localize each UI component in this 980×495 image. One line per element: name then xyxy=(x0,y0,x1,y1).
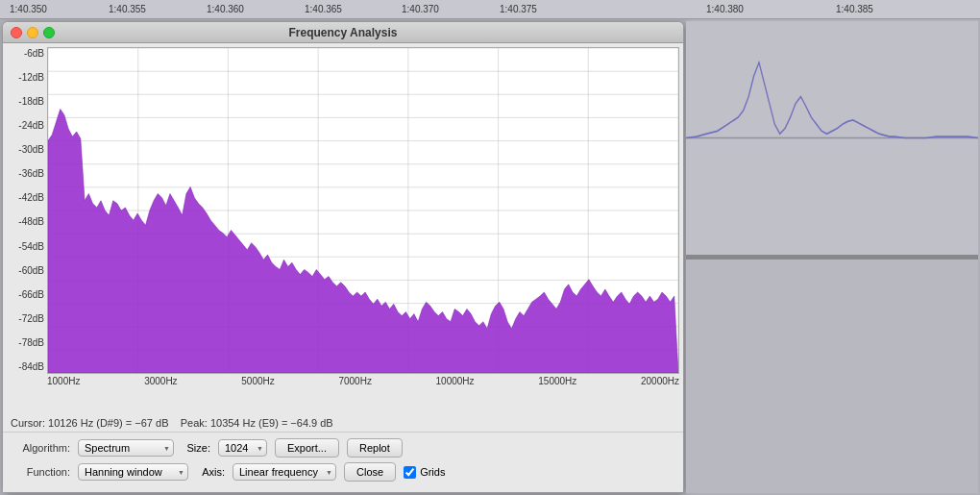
x-label-6: 20000Hz xyxy=(641,376,679,386)
chart-area: -6dB -12dB -18dB -24dB -30dB -36dB -42dB… xyxy=(3,43,683,414)
window-title: Frequency Analysis xyxy=(289,26,398,39)
control-row-2: Function: Hanning window Hamming window … xyxy=(11,462,675,482)
x-label-3: 7000Hz xyxy=(338,376,371,386)
y-label-3: -24dB xyxy=(7,121,47,131)
waveform-track-bottom xyxy=(686,260,978,493)
timeline-marker-0: 1:40.350 xyxy=(10,4,47,14)
x-label-2: 5000Hz xyxy=(241,376,274,386)
y-label-13: -84dB xyxy=(7,362,47,372)
y-label-8: -54dB xyxy=(7,242,47,252)
minimize-button[interactable] xyxy=(27,27,38,38)
x-axis: 1000Hz 3000Hz 5000Hz 7000Hz 10000Hz 1500… xyxy=(47,374,679,388)
axis-label: Axis: xyxy=(196,466,225,478)
function-label: Function: xyxy=(11,466,70,478)
timeline-marker-3: 1:40.365 xyxy=(305,4,342,14)
size-label: Size: xyxy=(182,442,210,454)
algorithm-select-wrapper[interactable]: Spectrum Autocorrelation xyxy=(78,439,174,457)
export-button[interactable]: Export... xyxy=(275,438,339,458)
x-label-1: 3000Hz xyxy=(144,376,177,386)
peak-text: Peak: 10354 Hz (E9) = −64.9 dB xyxy=(181,417,333,429)
y-label-6: -42dB xyxy=(7,193,47,203)
spectrum-chart[interactable] xyxy=(47,47,679,374)
y-label-12: -78dB xyxy=(7,338,47,348)
algorithm-select[interactable]: Spectrum Autocorrelation xyxy=(78,439,174,457)
axis-select-wrapper[interactable]: Linear frequency Log frequency Pitch (lo… xyxy=(233,463,336,481)
timeline-marker-7: 1:40.385 xyxy=(836,4,873,14)
replot-button[interactable]: Replot xyxy=(347,438,403,458)
control-row-1: Algorithm: Spectrum Autocorrelation Size… xyxy=(11,438,675,458)
axis-select[interactable]: Linear frequency Log frequency Pitch (lo… xyxy=(233,463,336,481)
y-label-4: -30dB xyxy=(7,145,47,155)
right-panel xyxy=(686,21,978,493)
svg-rect-26 xyxy=(686,260,978,493)
y-label-10: -66dB xyxy=(7,290,47,300)
x-label-5: 15000Hz xyxy=(538,376,576,386)
close-button[interactable] xyxy=(11,27,22,38)
timeline-marker-5: 1:40.375 xyxy=(500,4,537,14)
grids-label: Grids xyxy=(420,466,445,478)
timeline-marker-1: 1:40.355 xyxy=(109,4,146,14)
cursor-text: Cursor: 10126 Hz (D#9) = −67 dB xyxy=(11,417,168,429)
waveform-track-top xyxy=(686,21,978,256)
function-select-wrapper[interactable]: Hanning window Hamming window Blackman w… xyxy=(78,463,188,481)
window-titlebar: Frequency Analysis xyxy=(3,22,683,43)
timeline-marker-6: 1:40.380 xyxy=(706,4,744,14)
y-label-2: -18dB xyxy=(7,97,47,107)
timeline-header: 1:40.350 1:40.355 1:40.360 1:40.365 1:40… xyxy=(0,0,980,19)
grids-checkbox[interactable] xyxy=(404,466,416,479)
controls-area: Algorithm: Spectrum Autocorrelation Size… xyxy=(3,432,683,492)
y-label-9: -60dB xyxy=(7,266,47,276)
cursor-info: Cursor: 10126 Hz (D#9) = −67 dB Peak: 10… xyxy=(11,414,683,432)
timeline-marker-4: 1:40.370 xyxy=(402,4,439,14)
algorithm-label: Algorithm: xyxy=(11,442,70,454)
y-label-1: -12dB xyxy=(7,73,47,83)
y-axis: -6dB -12dB -18dB -24dB -30dB -36dB -42dB… xyxy=(7,47,47,374)
chart-container: -6dB -12dB -18dB -24dB -30dB -36dB -42dB… xyxy=(7,47,679,374)
timeline-marker-2: 1:40.360 xyxy=(207,4,244,14)
y-label-7: -48dB xyxy=(7,217,47,227)
grids-wrapper[interactable]: Grids xyxy=(404,466,445,479)
window-controls xyxy=(11,27,55,38)
y-label-5: -36dB xyxy=(7,169,47,179)
maximize-button[interactable] xyxy=(43,27,55,38)
x-label-4: 10000Hz xyxy=(436,376,475,386)
x-label-0: 1000Hz xyxy=(47,376,80,386)
y-label-0: -6dB xyxy=(7,49,47,59)
close-button-dialog[interactable]: Close xyxy=(344,462,396,482)
spectrum-svg xyxy=(48,48,678,373)
svg-marker-23 xyxy=(48,110,678,373)
y-label-11: -72dB xyxy=(7,314,47,324)
size-select[interactable]: 128 256 512 1024 2048 4096 xyxy=(218,439,267,457)
size-select-wrapper[interactable]: 128 256 512 1024 2048 4096 xyxy=(218,439,267,457)
waveform-svg-top xyxy=(686,21,978,255)
function-select[interactable]: Hanning window Hamming window Blackman w… xyxy=(78,463,188,481)
waveform-svg-bottom xyxy=(686,260,978,493)
frequency-analysis-window: Frequency Analysis -6dB -12dB -18dB -24d… xyxy=(2,21,684,493)
